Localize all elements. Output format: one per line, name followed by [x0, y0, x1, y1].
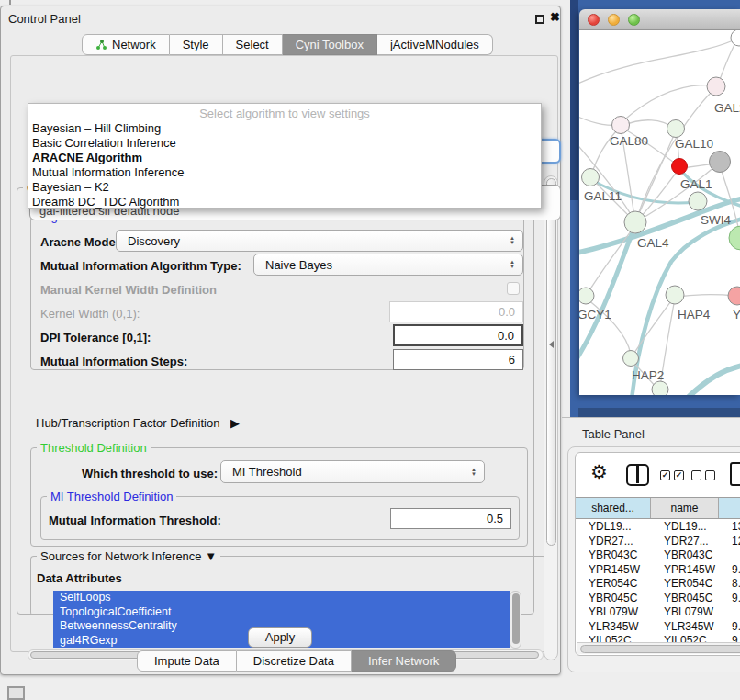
- algorithm-option[interactable]: ARACNE Algorithm: [28, 151, 541, 165]
- document-icon[interactable]: [730, 462, 740, 486]
- aracne-mode-combo[interactable]: Discovery ▲▼: [116, 230, 523, 252]
- algorithm-option[interactable]: Basic Correlation Inference: [28, 136, 541, 151]
- tab-label: Select: [236, 38, 269, 51]
- attribute-list-item[interactable]: TopologicalCoefficient: [53, 605, 510, 620]
- network-node-gal11[interactable]: [582, 169, 600, 186]
- table-row[interactable]: YLR345WYLR345W9.: [576, 619, 740, 634]
- table-cell: 9.: [719, 591, 740, 605]
- settings-scrollbar[interactable]: [544, 175, 558, 660]
- deselect-all-checkbox-icon[interactable]: [691, 470, 701, 480]
- node-label: GAL1: [680, 177, 712, 191]
- table-row[interactable]: YDR27...YDR27...12: [576, 534, 740, 548]
- network-node-hap2[interactable]: [623, 351, 639, 367]
- algorithm-option[interactable]: Mutual Information Inference: [28, 165, 541, 180]
- attributes-scrollbar-thumb[interactable]: [512, 593, 520, 644]
- attribute-list-item[interactable]: SelfLoops: [53, 591, 510, 605]
- table-row[interactable]: YBR045CYBR045C9.: [576, 591, 740, 605]
- which-threshold-value: MI Threshold: [232, 465, 302, 479]
- table-row[interactable]: YPR145WYPR145W9.: [576, 562, 740, 577]
- network-node-gal2[interactable]: [707, 77, 725, 96]
- apply-button[interactable]: Apply: [248, 627, 312, 648]
- network-node-y[interactable]: [728, 287, 740, 305]
- network-edge[interactable]: [678, 295, 735, 297]
- network-node-gcy1[interactable]: [579, 288, 594, 304]
- float-window-icon[interactable]: [535, 15, 544, 24]
- bottom-tab-discretize-data[interactable]: Discretize Data: [237, 650, 352, 672]
- algorithm-popup-list: Bayesian – Hill ClimbingBasic Correlatio…: [28, 121, 541, 209]
- network-node-gal10[interactable]: [667, 120, 685, 138]
- network-window-titlebar[interactable]: [579, 9, 740, 30]
- bottom-tab-infer-network[interactable]: Infer Network: [352, 650, 456, 672]
- table-body: YDL19...YDL19...13YDR27...YDR27...12YBR0…: [576, 519, 740, 648]
- tab-cyni-toolbox[interactable]: Cyni Toolbox: [283, 34, 377, 55]
- table-row[interactable]: YBR043CYBR043C: [576, 548, 740, 562]
- deselect-all-checkbox-icon[interactable]: [705, 470, 715, 480]
- mi-type-combo[interactable]: Naive Bayes ▲▼: [253, 254, 523, 276]
- node-label: Y: [733, 308, 740, 322]
- table-horizontal-scrollbar[interactable]: [577, 642, 740, 654]
- zoom-traffic-light-icon[interactable]: [628, 14, 640, 26]
- mi-threshold-field[interactable]: 0.5: [390, 508, 511, 529]
- bottom-tab-impute-data[interactable]: Impute Data: [137, 650, 237, 672]
- table-row[interactable]: YDL19...YDL19...13: [576, 519, 740, 534]
- table-cell: YBR043C: [651, 548, 719, 562]
- column-header[interactable]: [719, 498, 740, 518]
- network-node-gal1[interactable]: [672, 159, 688, 175]
- table-scrollbar-thumb[interactable]: [580, 645, 740, 653]
- mi-threshold-group: MI Threshold Definition Mutual Informati…: [40, 496, 520, 540]
- select-all-checkbox-icon[interactable]: ✓: [660, 470, 670, 480]
- column-header[interactable]: shared...: [576, 498, 651, 518]
- sources-title-text: Sources for Network Inference: [40, 549, 202, 563]
- tab-jactivemnodules[interactable]: jActiveMNodules: [377, 34, 493, 55]
- minimized-panel-icon[interactable]: [7, 686, 25, 700]
- network-node-swi4[interactable]: [689, 192, 707, 210]
- table-cell: YPR145W: [576, 562, 651, 577]
- algorithm-option[interactable]: Bayesian – K2: [28, 180, 541, 195]
- network-canvas[interactable]: GAL2GAL80GAL10GAL1GAL11SWI4GAL4GCY1HAP4Y…: [579, 30, 740, 395]
- algorithm-option[interactable]: Dream8 DC_TDC Algorithm: [28, 195, 541, 209]
- tab-label: Cyni Toolbox: [296, 38, 364, 51]
- network-graph[interactable]: GAL2GAL80GAL10GAL1GAL11SWI4GAL4GCY1HAP4Y…: [579, 30, 740, 395]
- network-edge[interactable]: [622, 120, 674, 128]
- manual-kernel-checkbox[interactable]: [507, 282, 520, 295]
- gear-icon[interactable]: ⚙: [590, 461, 608, 483]
- network-edge[interactable]: [686, 365, 740, 395]
- column-header[interactable]: name: [651, 498, 719, 518]
- select-all-checkbox-icon[interactable]: ✓: [674, 470, 684, 480]
- node-label: GCY1: [579, 308, 611, 322]
- table-cell: YDL19...: [651, 519, 719, 534]
- node-label: GAL10: [675, 137, 713, 151]
- network-node[interactable]: [710, 152, 731, 173]
- attributes-scrollbar[interactable]: [510, 591, 521, 649]
- sources-group-title[interactable]: Sources for Network Inference ▼: [37, 549, 220, 563]
- tab-style[interactable]: Style: [170, 34, 223, 55]
- close-traffic-light-icon[interactable]: [588, 14, 600, 26]
- which-threshold-label: Which threshold to use:: [82, 467, 218, 480]
- minimize-traffic-light-icon[interactable]: [608, 14, 620, 26]
- which-threshold-combo[interactable]: MI Threshold ▲▼: [220, 460, 485, 483]
- network-frame-shadow-left: [570, 0, 578, 200]
- control-panel-tabbar: NetworkStyleSelectCyni ToolboxjActiveMNo…: [82, 34, 493, 55]
- split-columns-icon[interactable]: [626, 464, 649, 486]
- close-icon[interactable]: ✖: [550, 10, 560, 24]
- network-node-hap4[interactable]: [666, 286, 684, 304]
- tab-select[interactable]: Select: [223, 34, 283, 55]
- panel-resize-handle-icon[interactable]: [549, 341, 554, 348]
- table-row[interactable]: YER054CYER054C8.: [576, 576, 740, 591]
- algorithm-option[interactable]: Bayesian – Hill Climbing: [28, 121, 541, 136]
- table-row[interactable]: YBL079WYBL079W: [576, 604, 740, 619]
- tab-network[interactable]: Network: [82, 34, 170, 55]
- network-node[interactable]: [731, 30, 740, 46]
- network-node-gal4[interactable]: [624, 211, 646, 233]
- hub-definition-toggle[interactable]: Hub/Transcription Factor Definition ▶: [36, 416, 240, 430]
- settings-scrollbar-thumb[interactable]: [546, 178, 556, 546]
- network-edge[interactable]: [718, 40, 737, 85]
- dpi-tolerance-field[interactable]: 0.0: [393, 324, 523, 346]
- network-node[interactable]: [729, 226, 740, 250]
- node-label: GAL11: [584, 189, 622, 203]
- network-node-gal80[interactable]: [612, 117, 630, 134]
- combo-arrows-icon: ▲▼: [510, 231, 515, 251]
- network-node[interactable]: [652, 381, 668, 395]
- kernel-width-field[interactable]: 0.0: [389, 301, 523, 322]
- mi-steps-field[interactable]: 6: [393, 349, 523, 370]
